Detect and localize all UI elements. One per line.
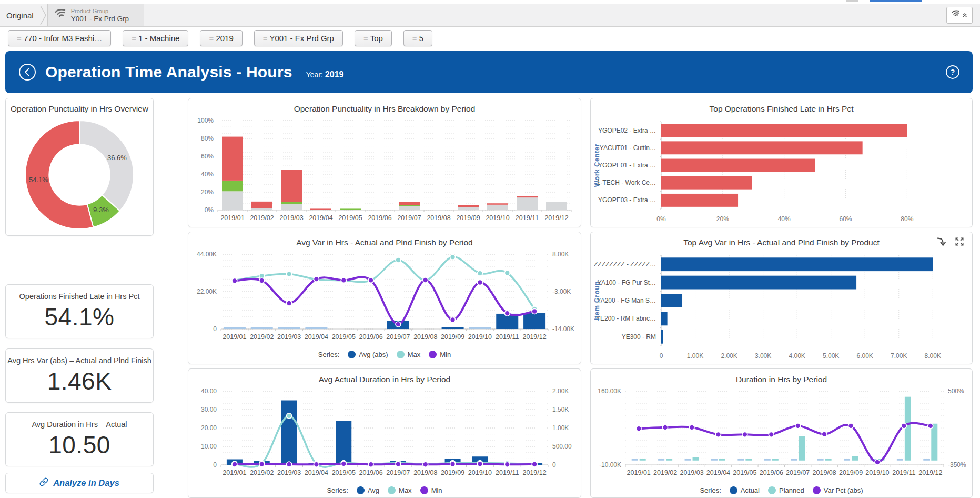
legend-item[interactable]: Var Pct (abs) [813, 486, 863, 494]
svg-text:36.6%: 36.6% [107, 154, 127, 162]
svg-text:8.00K: 8.00K [925, 352, 941, 360]
top-avg-var-chart: 01.00K2.00K3.00K4.00K5.00K6.00K7.00K8.00… [591, 248, 972, 363]
duration-chart: 160.00K-10.00K500%-350%2019/012019/02201… [591, 385, 972, 481]
top-navigation-bar: Original Product Group Y001 - Ex Prd Grp [0, 4, 980, 27]
filter-chip[interactable]: = Top [355, 30, 392, 46]
svg-text:2019/02: 2019/02 [250, 214, 274, 222]
svg-text:-350%: -350% [948, 461, 966, 469]
svg-text:0%: 0% [656, 215, 666, 223]
svg-text:2019/09: 2019/09 [441, 333, 464, 341]
drill-down-icon[interactable] [935, 236, 947, 248]
donut-card: Operation Punctuality in Hrs Overview 36… [5, 98, 154, 236]
svg-text:60%: 60% [840, 215, 852, 223]
chart-legend: Series:Avg (abs)MaxMin [188, 345, 581, 364]
svg-text:2019/07: 2019/07 [397, 214, 421, 222]
legend-item[interactable]: Max [388, 486, 412, 494]
chart-title: Operation Punctuality in Hrs Breakdown b… [188, 98, 581, 114]
svg-text:2019/11: 2019/11 [892, 469, 915, 476]
svg-text:YGOPE03 - Extra …: YGOPE03 - Extra … [598, 196, 656, 204]
svg-text:9.3%: 9.3% [93, 206, 109, 214]
svg-text:2019/03: 2019/03 [279, 214, 303, 222]
page-title: Operation Time Analysis - Hours [45, 63, 292, 81]
browser-fragment-active [870, 0, 922, 2]
kpi-title: Operations Finished Late in Hrs Pct [6, 285, 153, 301]
back-button[interactable] [18, 63, 37, 82]
collapse-panel-button[interactable] [946, 7, 973, 24]
legend-dot-icon [348, 351, 356, 358]
chart-title: Top Operations Finished Late in Hrs Pct [591, 98, 972, 114]
svg-text:2019/03: 2019/03 [277, 469, 301, 476]
legend-label: Series: [318, 351, 339, 358]
svg-text:Work Center: Work Center [593, 144, 601, 187]
svg-text:?: ? [951, 68, 955, 76]
svg-text:0: 0 [213, 461, 217, 469]
birst-swoosh-icon [951, 9, 961, 21]
svg-text:3.00K: 3.00K [755, 352, 771, 360]
legend-item[interactable]: Planned [768, 486, 804, 494]
svg-text:2019/08: 2019/08 [427, 214, 450, 222]
svg-text:2019/07: 2019/07 [386, 469, 410, 476]
filter-chip[interactable]: = Y001 - Ex Prd Grp [254, 30, 343, 46]
top-late-chart: 0%20%40%60%80%YGOPE02 - Extra …YACUT01 -… [591, 114, 972, 226]
legend-item[interactable]: Max [397, 351, 421, 358]
expand-icon[interactable] [954, 236, 965, 248]
svg-text:2019/03: 2019/03 [277, 333, 301, 341]
svg-text:2019/07: 2019/07 [786, 469, 810, 476]
legend-item[interactable]: Avg (abs) [348, 351, 388, 358]
svg-text:YE300 - RM: YE300 - RM [622, 333, 656, 341]
svg-text:2019/02: 2019/02 [250, 469, 274, 476]
analyze-in-days-link[interactable]: Analyze in Days [5, 473, 154, 493]
chart-title: Operation Punctuality in Hrs Overview [6, 98, 153, 114]
svg-text:10.00: 10.00 [201, 443, 217, 450]
svg-text:-3.00K: -3.00K [552, 288, 571, 295]
filter-chip[interactable]: = 1 - Machine [123, 30, 188, 46]
legend-item[interactable]: Actual [730, 486, 760, 494]
svg-text:60%: 60% [201, 153, 214, 160]
year-filter-display: Year:2019 [306, 70, 344, 79]
chart-title: Avg Var in Hrs - Actual and Plnd Finish … [188, 232, 581, 248]
svg-text:2019/05: 2019/05 [338, 214, 362, 222]
legend-item[interactable]: Min [429, 351, 451, 358]
svg-text:2019/12: 2019/12 [544, 214, 568, 222]
svg-text:20.00: 20.00 [201, 424, 217, 432]
svg-text:2019/06: 2019/06 [359, 333, 382, 341]
svg-text:500%: 500% [948, 387, 964, 395]
svg-text:30.00: 30.00 [201, 406, 217, 413]
svg-text:2019/06: 2019/06 [368, 214, 391, 222]
svg-text:0: 0 [213, 325, 217, 333]
legend-dot-icon [420, 486, 428, 494]
svg-text:8.00K: 8.00K [552, 251, 569, 258]
svg-text:2019/04: 2019/04 [305, 333, 328, 341]
svg-text:2019/11: 2019/11 [516, 214, 539, 222]
duration-chart-card: Duration in Hrs by Period 160.00K-10.00K… [590, 368, 973, 498]
svg-text:2019/08: 2019/08 [413, 469, 437, 476]
svg-text:2019/01: 2019/01 [627, 469, 651, 476]
filter-chip[interactable]: = 2019 [200, 30, 242, 46]
svg-text:20%: 20% [201, 188, 214, 196]
filter-bar: = 770 - Infor M3 Fashi…= 1 - Machine= 20… [8, 30, 432, 46]
tab-product-group[interactable]: Product Group Y001 - Ex Prd Grp [47, 4, 144, 26]
svg-text:-14.00K: -14.00K [552, 325, 574, 333]
svg-text:0: 0 [660, 352, 663, 360]
svg-text:5.00K: 5.00K [823, 352, 839, 360]
filter-chip[interactable]: = 5 [403, 30, 432, 46]
kpi-card-avg-duration: Avg Duration in Hrs – Actual 10.50 [5, 412, 154, 466]
avg-duration-chart-card: Avg Actual Duration in Hrs by Period 40.… [188, 368, 581, 498]
help-button[interactable]: ? [945, 65, 960, 79]
tab-original[interactable]: Original [0, 4, 39, 26]
filter-chip[interactable]: = 770 - Infor M3 Fashi… [8, 30, 111, 46]
legend-item[interactable]: Min [420, 486, 442, 494]
svg-text:2019/10: 2019/10 [865, 469, 889, 476]
svg-text:2019/10: 2019/10 [486, 214, 509, 222]
svg-text:2.00K: 2.00K [721, 352, 737, 360]
svg-text:1.00K: 1.00K [552, 424, 569, 432]
svg-text:Item Group: Item Group [593, 281, 601, 320]
kpi-title: Avg Hrs Var (abs) – Actual and Plnd Fini… [6, 349, 153, 365]
svg-text:2019/10: 2019/10 [468, 469, 492, 476]
svg-text:40.00: 40.00 [201, 387, 217, 395]
svg-text:22.00K: 22.00K [197, 288, 217, 295]
svg-text:2019/01: 2019/01 [220, 214, 244, 222]
svg-text:40%: 40% [201, 171, 214, 178]
svg-text:2019/05: 2019/05 [332, 333, 356, 341]
legend-item[interactable]: Avg [357, 486, 379, 494]
